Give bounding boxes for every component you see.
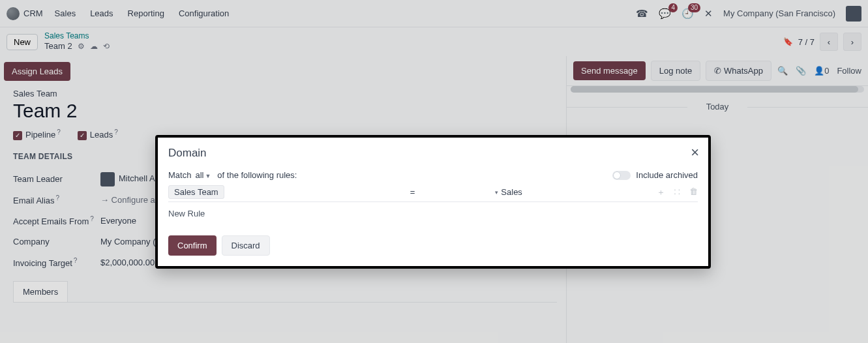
rule-field-select[interactable]: Sales Team xyxy=(168,185,224,199)
include-archived-toggle[interactable] xyxy=(612,171,631,180)
rule-operator-select[interactable]: = xyxy=(410,187,415,197)
domain-modal: × Domain Match all▼ of the following rul… xyxy=(155,135,711,269)
discard-button[interactable]: Discard xyxy=(222,235,270,256)
rule-value-select[interactable]: Sales xyxy=(501,187,522,197)
modal-title: Domain xyxy=(168,147,698,160)
rule-delete-icon[interactable]: 🗑 xyxy=(689,186,698,198)
include-archived-label: Include archived xyxy=(636,170,698,180)
new-rule-button[interactable]: New Rule xyxy=(168,209,698,218)
rule-row: Sales Team = ▾Sales ＋ ⸬ 🗑 xyxy=(168,185,698,202)
match-mode-dropdown[interactable]: all▼ xyxy=(194,170,215,180)
rule-branch-icon[interactable]: ⸬ xyxy=(674,186,680,198)
chevron-down-icon[interactable]: ▾ xyxy=(495,189,498,196)
rule-add-icon[interactable]: ＋ xyxy=(657,186,665,198)
match-suffix: of the following rules: xyxy=(217,170,297,180)
close-icon[interactable]: × xyxy=(691,144,699,161)
confirm-button[interactable]: Confirm xyxy=(168,235,217,256)
match-prefix: Match xyxy=(168,170,191,180)
